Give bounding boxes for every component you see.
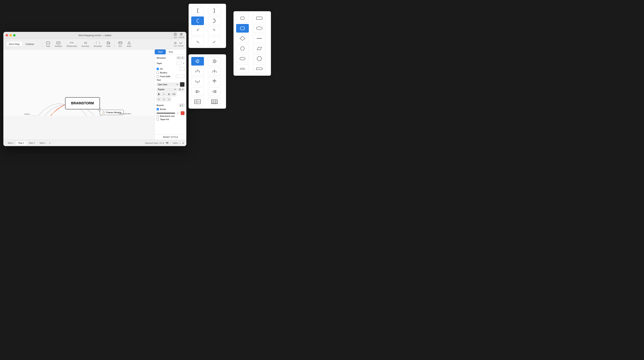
italic-button[interactable]: I bbox=[162, 92, 166, 96]
topic-label: Topic bbox=[46, 45, 50, 47]
rounded-rect-shape[interactable] bbox=[236, 54, 249, 63]
panel-icon-btn[interactable]: Icon bbox=[174, 42, 177, 47]
fill-checkbox[interactable] bbox=[156, 68, 159, 70]
tab-outliner[interactable]: Outliner bbox=[23, 42, 37, 47]
svg-rect-17 bbox=[120, 42, 122, 43]
size-select[interactable]: 11 ▼ bbox=[178, 88, 184, 91]
tapper-checkbox[interactable] bbox=[156, 118, 159, 120]
ellipse-selected-shape[interactable] bbox=[236, 24, 249, 33]
structure-dropdown[interactable]: ⬡→ ▼ bbox=[176, 56, 184, 59]
toolbar-relationship[interactable]: Relationship bbox=[65, 41, 78, 48]
shape-panel-geometric bbox=[234, 11, 271, 76]
parallelogram-shape[interactable] bbox=[253, 44, 266, 53]
bracket-top-right-shape[interactable] bbox=[208, 6, 221, 15]
bracket-curve-left-shape[interactable] bbox=[191, 27, 204, 35]
text-style-button[interactable]: Tt▼ bbox=[172, 92, 176, 96]
topic-color-box[interactable] bbox=[176, 62, 182, 65]
map-tab-2[interactable]: Map 2 bbox=[16, 141, 26, 145]
map-tabs: Map 1 Map 2 Map 3 Map 4 + bbox=[6, 141, 52, 145]
toolbar-note[interactable]: Note bbox=[105, 41, 112, 48]
line-shape[interactable] bbox=[253, 34, 266, 43]
bracket-top-left-shape[interactable] bbox=[191, 6, 204, 15]
add-map-button[interactable]: + bbox=[48, 141, 52, 145]
bracket-selected-shape[interactable] bbox=[191, 17, 204, 25]
font-select[interactable]: Open Sans ▼ bbox=[156, 83, 179, 86]
bracket-curve-right-shape[interactable] bbox=[208, 27, 221, 35]
maximize-button[interactable] bbox=[13, 34, 16, 37]
toolbar-subtopic[interactable]: Subtopic bbox=[53, 41, 64, 48]
strikethrough-button[interactable]: S bbox=[167, 92, 171, 96]
hexagon-shape[interactable] bbox=[253, 54, 266, 63]
rect-wide-shape[interactable] bbox=[253, 14, 266, 23]
toolbar-boundary[interactable]: Boundary bbox=[92, 41, 104, 48]
h-tree-selected-shape[interactable] bbox=[191, 57, 204, 66]
map-tab-1[interactable]: Map 1 bbox=[6, 141, 16, 145]
borders-checkbox[interactable] bbox=[156, 72, 159, 74]
content-area: BRAINSTORM 📋 Prepare Meeting 📋 Detail pl… bbox=[3, 50, 186, 140]
icon-label: Icon bbox=[174, 36, 177, 38]
toolbar-zen[interactable]: Zen bbox=[117, 41, 124, 48]
tab-mindmap[interactable]: Mind Map bbox=[6, 42, 22, 47]
zoom-in[interactable]: + bbox=[180, 142, 180, 144]
tree-down-shape[interactable] bbox=[191, 67, 204, 76]
tapper-row: Tapper line bbox=[156, 118, 184, 120]
topic-control[interactable]: ▼ bbox=[176, 62, 184, 65]
multi-branch-checkbox[interactable] bbox=[156, 115, 159, 117]
central-node[interactable]: BRAINSTORM bbox=[65, 97, 100, 109]
tree-down-alt-shape[interactable] bbox=[208, 67, 221, 76]
map-tab-3[interactable]: Map 3 bbox=[27, 141, 37, 145]
fixed-width-checkbox[interactable] bbox=[156, 75, 159, 78]
rect-small-shape[interactable] bbox=[236, 14, 249, 23]
fish-left-shape[interactable] bbox=[191, 87, 204, 96]
ellipse-wide-shape[interactable] bbox=[253, 24, 266, 33]
bracket-bottom-left-shape[interactable] bbox=[191, 37, 204, 45]
fish-right-shape[interactable] bbox=[208, 87, 221, 96]
title-bar: Mind Mapping.xmind — edited Icon Format bbox=[3, 32, 186, 39]
align-left-button[interactable]: ≡ bbox=[156, 97, 161, 101]
branch-color-swatch[interactable] bbox=[181, 111, 184, 115]
branch-dropdown[interactable]: { ▼ bbox=[179, 104, 184, 107]
minimize-button[interactable] bbox=[9, 34, 12, 37]
close-button[interactable] bbox=[6, 34, 8, 37]
tree-up-alt-shape[interactable] bbox=[208, 77, 221, 86]
toolbar-topic[interactable]: Topic bbox=[44, 41, 52, 48]
zoom-out[interactable]: − bbox=[170, 142, 171, 144]
map-tab-4[interactable]: Map 4 bbox=[38, 141, 48, 145]
svg-marker-33 bbox=[257, 47, 262, 50]
style-select[interactable]: Regular ▼ bbox=[156, 88, 177, 91]
icon-button[interactable]: Icon bbox=[174, 33, 177, 38]
format-button[interactable]: Format bbox=[179, 33, 184, 38]
bracket-right-curve-shape[interactable] bbox=[208, 17, 221, 25]
toolbar-summary[interactable]: Summary bbox=[80, 41, 91, 48]
double-line-shape[interactable] bbox=[236, 64, 249, 73]
reset-style-button[interactable]: RESET STYLE bbox=[155, 134, 186, 140]
font-color-box[interactable] bbox=[180, 82, 184, 87]
thin-rect-shape[interactable] bbox=[253, 64, 266, 73]
align-buttons: ≡ ≡ ≡ bbox=[156, 97, 184, 101]
h-tree-alt-shape[interactable] bbox=[208, 57, 221, 66]
style-tab[interactable]: Style bbox=[155, 50, 166, 54]
fixed-width-input[interactable]: 123 px bbox=[176, 75, 184, 78]
text-section: Text Open Sans ▼ Regular bbox=[156, 79, 184, 101]
tree-up-shape[interactable] bbox=[191, 77, 204, 86]
align-center-button[interactable]: ≡ bbox=[162, 97, 166, 101]
fill-color-box[interactable] bbox=[179, 67, 184, 71]
branch-control[interactable]: { ▼ bbox=[179, 104, 184, 107]
grid-single-shape[interactable] bbox=[191, 97, 204, 106]
topic-icon bbox=[46, 41, 50, 45]
bracket-bottom-right-shape[interactable] bbox=[208, 37, 221, 45]
diamond-shape[interactable] bbox=[236, 34, 249, 43]
structure-control[interactable]: ⬡→ ▼ bbox=[176, 56, 184, 59]
border-checkbox[interactable] bbox=[156, 108, 159, 110]
circle-shape[interactable] bbox=[236, 44, 249, 53]
color-slider[interactable] bbox=[156, 113, 175, 113]
map-tab[interactable]: Map bbox=[166, 50, 176, 54]
grid-double-shape[interactable] bbox=[208, 97, 221, 106]
color-picker-arrow[interactable]: ▼ bbox=[176, 111, 180, 115]
bold-button[interactable]: B bbox=[156, 92, 161, 96]
zoom-dropdown[interactable]: ▼ bbox=[182, 142, 184, 144]
panel-format-btn[interactable]: Format bbox=[178, 42, 183, 47]
toolbar-share[interactable]: share bbox=[125, 41, 133, 48]
topic-dropdown-arrow[interactable]: ▼ bbox=[183, 62, 184, 64]
align-right-button[interactable]: ≡ bbox=[167, 97, 171, 101]
